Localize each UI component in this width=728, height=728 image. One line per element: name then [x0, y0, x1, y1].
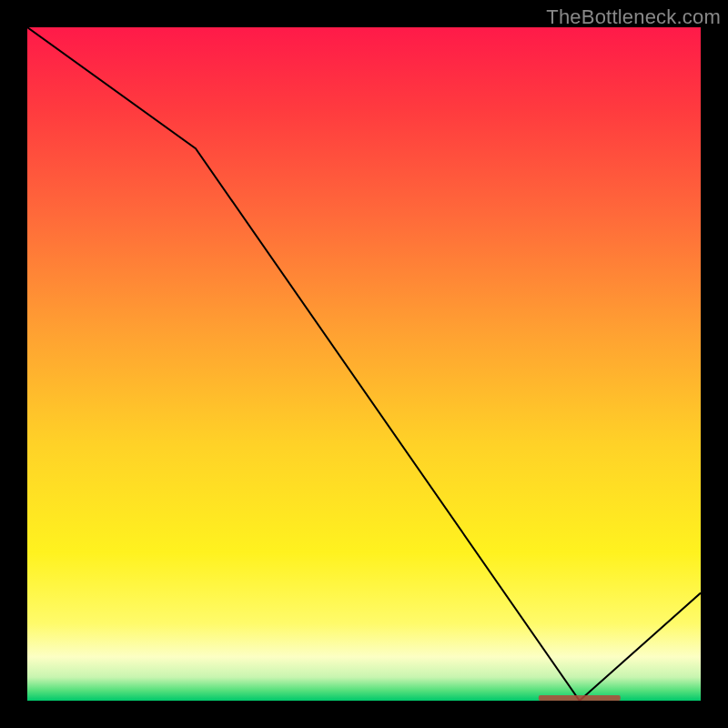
minimum-marker: [539, 695, 621, 701]
watermark-text: TheBottleneck.com: [546, 5, 721, 29]
bottleneck-chart: [27, 27, 701, 701]
gradient-background: [27, 27, 701, 701]
chart-frame: [27, 27, 701, 701]
